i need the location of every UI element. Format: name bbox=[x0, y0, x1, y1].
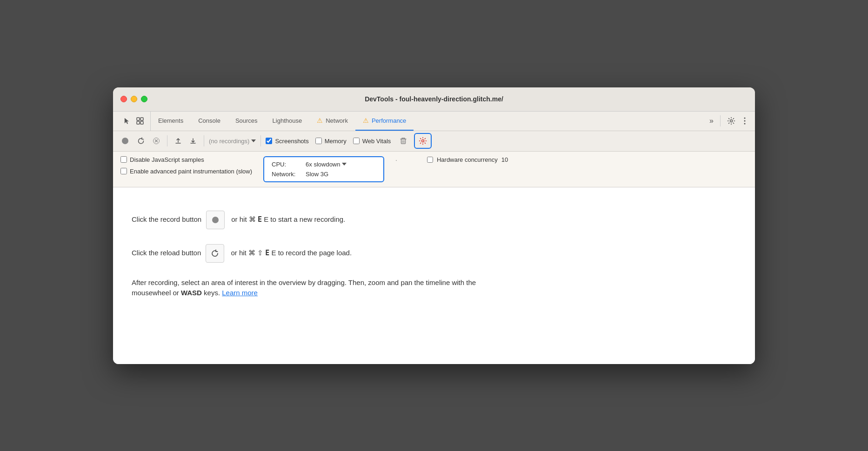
reload-icon bbox=[137, 137, 145, 145]
after-recording-line: After recording, select an area of inter… bbox=[132, 278, 736, 298]
settings-checkboxes: Disable JavaScript samples Enable advanc… bbox=[120, 156, 252, 175]
maximize-button[interactable] bbox=[141, 96, 147, 102]
separator-3 bbox=[260, 135, 261, 146]
main-content: Click the record button or hit ⌘ E E to … bbox=[113, 187, 755, 364]
upload-button[interactable] bbox=[172, 136, 184, 146]
download-icon bbox=[190, 138, 196, 144]
svg-rect-3 bbox=[140, 121, 143, 124]
svg-point-5 bbox=[744, 118, 746, 119]
record-instruction-line: Click the record button or hit ⌘ E E to … bbox=[132, 211, 736, 229]
cursor-icon bbox=[123, 117, 131, 125]
separator-1 bbox=[167, 135, 167, 146]
titlebar: DevTools - foul-heavenly-direction.glitc… bbox=[113, 87, 755, 112]
performance-warning-icon: ⚠ bbox=[363, 117, 369, 124]
tab-lighthouse[interactable]: Lighthouse bbox=[265, 112, 310, 131]
capture-settings-button[interactable] bbox=[414, 133, 432, 149]
advanced-paint-label[interactable]: Enable advanced paint instrumentation (s… bbox=[120, 168, 252, 175]
svg-rect-2 bbox=[137, 121, 140, 124]
cpu-row: CPU: 6x slowdown bbox=[272, 161, 376, 168]
separator-2 bbox=[204, 135, 204, 146]
reload-mini-button[interactable] bbox=[206, 244, 224, 263]
svg-rect-1 bbox=[140, 118, 143, 120]
tab-icon-group bbox=[117, 112, 151, 131]
record-mini-button[interactable] bbox=[206, 211, 225, 229]
devtools-window: DevTools - foul-heavenly-direction.glitc… bbox=[113, 87, 755, 364]
download-button[interactable] bbox=[187, 136, 199, 146]
screenshots-checkbox[interactable] bbox=[266, 138, 272, 144]
memory-checkbox-label[interactable]: Memory bbox=[315, 138, 347, 145]
tab-performance[interactable]: ⚠ Performance bbox=[355, 112, 414, 131]
more-tabs-button[interactable]: » bbox=[706, 114, 717, 128]
tab-network[interactable]: ⚠ Network bbox=[309, 112, 355, 131]
svg-point-7 bbox=[744, 123, 746, 125]
gear-icon bbox=[727, 117, 735, 125]
settings-panel: Disable JavaScript samples Enable advanc… bbox=[113, 152, 755, 187]
hardware-concurrency-section: Hardware concurrency 10 bbox=[427, 156, 508, 163]
tab-sources[interactable]: Sources bbox=[228, 112, 265, 131]
gear-settings-icon bbox=[419, 137, 427, 145]
close-button[interactable] bbox=[120, 96, 127, 102]
reload-record-button[interactable] bbox=[134, 135, 147, 146]
clear-button[interactable] bbox=[397, 135, 409, 146]
network-row: Network: Slow 3G bbox=[272, 171, 376, 178]
inspect-icon-button[interactable] bbox=[134, 115, 147, 126]
three-dots-icon bbox=[744, 117, 746, 125]
recordings-dropdown[interactable]: (no recordings) bbox=[209, 138, 256, 145]
cpu-select[interactable]: 6x slowdown bbox=[306, 161, 347, 168]
hardware-concurrency-checkbox[interactable] bbox=[427, 157, 433, 163]
cursor-icon-button[interactable] bbox=[120, 115, 134, 126]
stop-button[interactable] bbox=[150, 136, 162, 146]
settings-more-indicator: · bbox=[395, 156, 397, 164]
tab-console[interactable]: Console bbox=[191, 112, 228, 131]
traffic-lights bbox=[120, 96, 147, 102]
tabs-list: Elements Console Sources Lighthouse ⚠ Ne… bbox=[151, 112, 706, 131]
window-title: DevTools - foul-heavenly-direction.glitc… bbox=[365, 95, 503, 103]
svg-rect-0 bbox=[137, 118, 140, 120]
memory-checkbox[interactable] bbox=[315, 138, 322, 144]
trash-icon bbox=[400, 137, 407, 145]
tab-elements[interactable]: Elements bbox=[151, 112, 191, 131]
record-mini-icon bbox=[211, 216, 220, 224]
tabs-bar: Elements Console Sources Lighthouse ⚠ Ne… bbox=[113, 112, 755, 131]
cpu-dropdown-icon bbox=[342, 163, 347, 166]
settings-row: Disable JavaScript samples Enable advanc… bbox=[120, 156, 508, 182]
inspect-icon bbox=[136, 117, 144, 125]
settings-button[interactable] bbox=[723, 114, 739, 128]
more-options-button[interactable] bbox=[740, 114, 749, 127]
svg-point-17 bbox=[212, 217, 219, 223]
disable-js-label[interactable]: Disable JavaScript samples bbox=[120, 156, 252, 163]
screenshots-checkbox-label[interactable]: Screenshots bbox=[266, 138, 308, 145]
svg-point-4 bbox=[730, 120, 733, 122]
record-icon bbox=[121, 137, 129, 145]
learn-more-link[interactable]: Learn more bbox=[222, 289, 258, 297]
advanced-paint-checkbox[interactable] bbox=[120, 168, 127, 174]
web-vitals-checkbox-label[interactable]: Web Vitals bbox=[353, 138, 391, 145]
stop-icon bbox=[153, 138, 160, 144]
dropdown-arrow-icon bbox=[251, 139, 256, 142]
network-warning-icon: ⚠ bbox=[317, 117, 323, 124]
tabs-right: » bbox=[706, 112, 751, 131]
svg-point-6 bbox=[744, 120, 746, 122]
cpu-network-box: CPU: 6x slowdown Network: Slow 3G bbox=[263, 156, 384, 182]
upload-icon bbox=[175, 138, 181, 144]
minimize-button[interactable] bbox=[131, 96, 137, 102]
record-button[interactable] bbox=[119, 135, 132, 146]
web-vitals-checkbox[interactable] bbox=[353, 138, 360, 144]
toolbar: (no recordings) Screenshots Memory Web V… bbox=[113, 131, 755, 152]
reload-mini-icon bbox=[211, 249, 219, 258]
svg-point-8 bbox=[122, 138, 128, 144]
divider bbox=[720, 115, 721, 126]
reload-instruction-line: Click the reload button or hit ⌘ ⇧ E E t… bbox=[132, 244, 736, 263]
disable-js-checkbox[interactable] bbox=[120, 156, 127, 163]
svg-point-16 bbox=[422, 140, 424, 142]
